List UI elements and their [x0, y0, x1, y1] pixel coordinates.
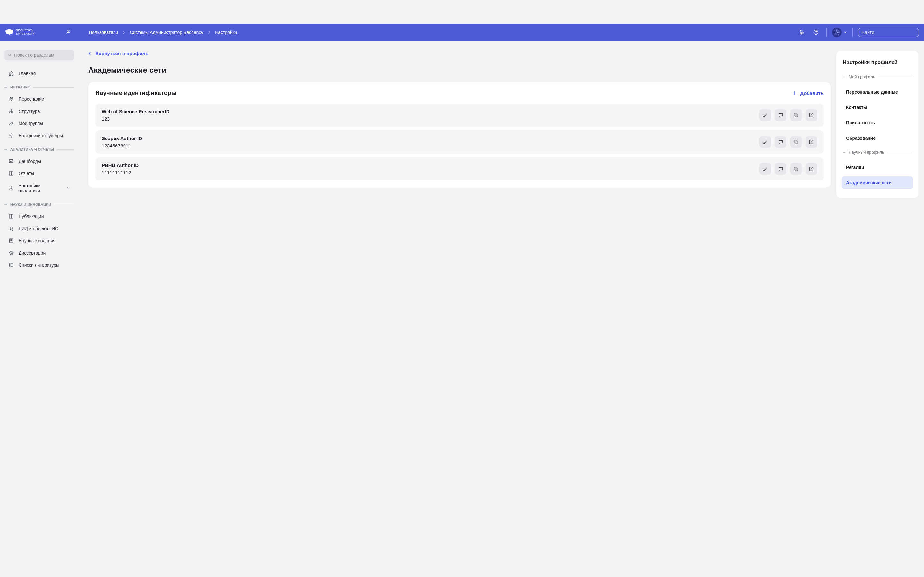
svg-point-22 — [10, 122, 11, 123]
copy-icon — [793, 139, 798, 145]
edit-button[interactable] — [759, 163, 771, 175]
pin-area — [64, 27, 73, 37]
brand-logo[interactable]: SECHENOV UNIVERSITY — [3, 28, 35, 37]
sidebar-item-personalii[interactable]: Персоналии — [5, 93, 74, 105]
sidebar-item-groups[interactable]: Мои группы — [5, 117, 74, 129]
sidebar-item-rid[interactable]: РИД и объекты ИС — [5, 222, 74, 235]
settings-panel-title: Настройки профилей — [842, 60, 913, 65]
pencil-icon — [762, 139, 768, 145]
settings-item[interactable]: Образование — [842, 132, 913, 145]
identifier-row: Scopus Author ID12345678911 — [95, 131, 824, 153]
open-external-button[interactable] — [806, 136, 817, 148]
identifier-name: Scopus Author ID — [102, 135, 142, 141]
edit-button[interactable] — [759, 109, 771, 121]
settings-item[interactable]: Академические сети — [842, 176, 913, 189]
global-search-input[interactable] — [861, 30, 918, 35]
sidebar-search-input[interactable] — [14, 53, 70, 58]
svg-point-23 — [12, 122, 13, 123]
breadcrumb-item-1[interactable]: Системы Администратор Sechenov — [129, 30, 204, 35]
svg-rect-37 — [795, 114, 798, 117]
edit-button[interactable] — [759, 136, 771, 148]
award-icon — [8, 226, 14, 231]
svg-rect-32 — [9, 265, 10, 266]
comment-button[interactable] — [775, 109, 787, 121]
settings-sliders-button[interactable] — [796, 27, 807, 38]
svg-line-15 — [10, 55, 11, 56]
plus-icon — [792, 90, 797, 95]
comment-button[interactable] — [775, 136, 787, 148]
open-external-button[interactable] — [806, 163, 817, 175]
svg-rect-28 — [10, 239, 13, 243]
main-content: Вернуться в профиль Академические сети Н… — [79, 41, 924, 277]
users-icon — [8, 97, 14, 102]
sidebar-item-label: Списки литературы — [19, 263, 59, 268]
svg-point-8 — [816, 33, 816, 34]
copy-button[interactable] — [790, 163, 802, 175]
book-icon — [8, 171, 14, 176]
help-button[interactable] — [811, 27, 821, 38]
graduation-icon — [8, 250, 14, 255]
card-title: Научные идентификаторы — [95, 89, 176, 97]
home-icon — [8, 71, 14, 76]
identifier-row: РИНЦ Author ID11111111112 — [95, 157, 824, 181]
sidebar-item-structure[interactable]: Структура — [5, 105, 74, 117]
chevron-down-icon — [843, 31, 847, 34]
sidebar-item-bibliography[interactable]: Списки литературы — [5, 259, 74, 271]
comment-button[interactable] — [775, 163, 787, 175]
copy-button[interactable] — [790, 109, 802, 121]
search-icon — [8, 53, 11, 58]
svg-point-21 — [12, 112, 13, 113]
gear-icon — [8, 185, 14, 191]
sidebar-item-publications[interactable]: Публикации — [5, 210, 74, 222]
pin-toggle-button[interactable] — [64, 27, 73, 37]
sidebar-item-journals[interactable]: Научные издания — [5, 235, 74, 247]
user-menu[interactable] — [832, 27, 847, 37]
global-search[interactable] — [858, 28, 919, 37]
breadcrumb-item-0[interactable]: Пользователи — [89, 30, 118, 35]
page-title: Академические сети — [88, 66, 830, 75]
sidebar-item-struct-settings[interactable]: Настройки структуры — [5, 129, 74, 142]
sidebar-item-dissertations[interactable]: Диссертации — [5, 247, 74, 259]
dashboard-icon — [8, 159, 14, 164]
pencil-icon — [762, 113, 768, 118]
sidebar-item-analytics-settings[interactable]: Настройки аналитики — [5, 179, 74, 197]
sidebar-item-home[interactable]: Главная — [5, 67, 74, 79]
sidebar-item-label: Публикации — [19, 214, 44, 219]
settings-item[interactable]: Контакты — [842, 101, 913, 114]
sidebar-item-label: Структура — [19, 109, 40, 114]
identifier-value: 12345678911 — [102, 143, 142, 148]
svg-point-6 — [801, 33, 802, 34]
external-link-icon — [809, 139, 814, 145]
avatar — [832, 27, 842, 37]
top-header: SECHENOV UNIVERSITY Пользователи Системы… — [0, 24, 924, 41]
pin-off-icon — [66, 29, 71, 35]
copy-button[interactable] — [790, 136, 802, 148]
header-right — [796, 27, 921, 38]
settings-item[interactable]: Регалии — [842, 161, 913, 174]
help-icon — [813, 29, 819, 35]
breadcrumb-item-2[interactable]: Настройки — [215, 30, 237, 35]
settings-sci-list: РегалииАкадемические сети — [842, 161, 913, 189]
sidebar-section-analytics: АНАЛИТИКА И ОТЧЕТЫ — [5, 142, 74, 155]
chevron-down-icon — [66, 185, 70, 191]
back-to-profile-link[interactable]: Вернуться в профиль — [88, 51, 149, 56]
copy-icon — [793, 166, 798, 171]
settings-item[interactable]: Персональные данные — [842, 85, 913, 98]
svg-line-0 — [67, 30, 70, 34]
add-identifier-button[interactable]: Добавить — [792, 90, 824, 96]
svg-point-24 — [11, 135, 12, 136]
identifier-value: 123 — [102, 116, 170, 121]
sidebar-item-label: Диссертации — [19, 250, 45, 255]
settings-section-my-profile: Мой профиль — [842, 74, 913, 79]
chat-icon — [778, 113, 783, 118]
sidebar-search[interactable] — [5, 50, 74, 60]
sidebar-item-dashboards[interactable]: Дашборды — [5, 155, 74, 167]
open-external-button[interactable] — [806, 109, 817, 121]
settings-item[interactable]: Приватность — [842, 116, 913, 129]
svg-point-26 — [11, 187, 12, 189]
sidebar-item-reports[interactable]: Отчеты — [5, 167, 74, 179]
chat-icon — [778, 139, 783, 145]
svg-rect-38 — [795, 113, 797, 116]
svg-rect-41 — [795, 168, 798, 171]
svg-point-27 — [10, 227, 13, 229]
